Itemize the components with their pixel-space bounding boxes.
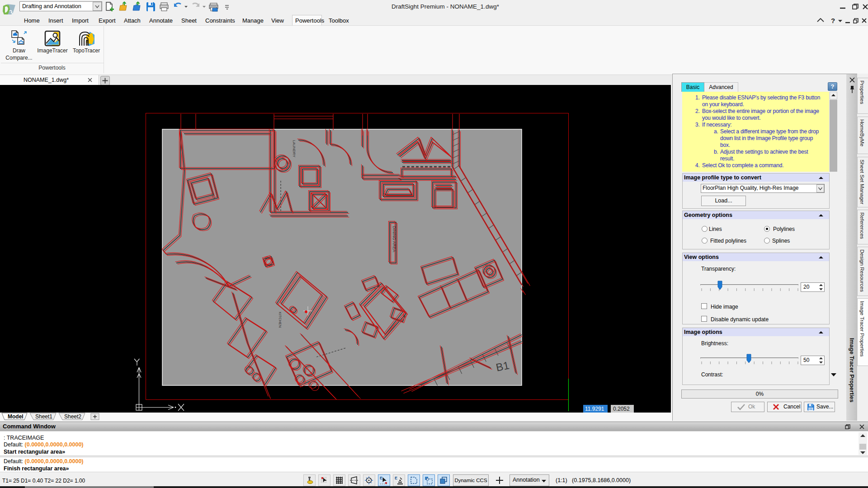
svg-text:LAUNDRY: LAUNDRY [292,140,296,158]
svg-text:E: E [395,476,397,480]
svg-text:DINING AREA: DINING AREA [392,226,396,252]
svg-text:Model: Model [8,413,24,420]
svg-text:?: ? [831,17,835,24]
svg-text:Sheet2: Sheet2 [64,413,81,420]
svg-text:11.9291: 11.9291 [585,406,604,412]
svg-text:KITCHEN: KITCHEN [278,312,282,328]
svg-text:0.2052: 0.2052 [613,406,630,412]
svg-text:Sheet1: Sheet1 [35,413,52,420]
svg-text:E: E [380,476,382,480]
